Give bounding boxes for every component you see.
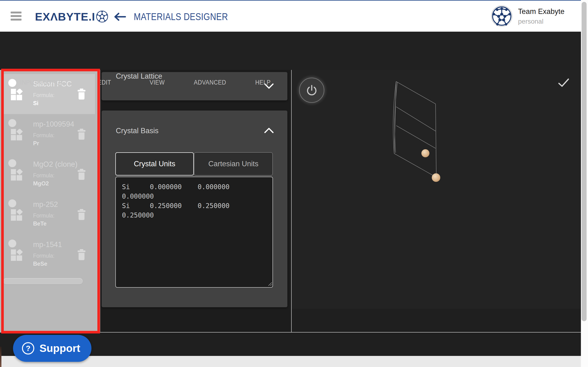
delete-icon[interactable] xyxy=(77,249,86,260)
material-item-mp-1541[interactable]: mp-1541 Formula: BeSe xyxy=(3,234,95,275)
user-name: Team Exabyte xyxy=(518,7,564,16)
menu-edit[interactable]: EDIT xyxy=(98,79,111,86)
material-item-mp-1009594[interactable]: mp-1009594 Formula: Pr xyxy=(3,114,95,154)
formula-label: Formula: xyxy=(33,213,55,219)
material-name: mp-1541 xyxy=(33,240,62,249)
formula-label: Formula: xyxy=(33,172,55,179)
material-item-mp-252[interactable]: mp-252 Formula: BeTe xyxy=(3,194,95,234)
tab-crystal-units[interactable]: Crystal Units xyxy=(115,152,194,175)
hamburger-menu-icon[interactable] xyxy=(11,12,22,22)
menu-advanced[interactable]: ADVANCED xyxy=(194,79,226,86)
support-label: Support xyxy=(40,342,80,354)
material-formula: MgO2 xyxy=(33,180,49,187)
formula-label: Formula: xyxy=(33,92,55,99)
crystal-cell-wireframe xyxy=(292,70,581,309)
widgets-icon xyxy=(11,169,23,181)
materials-sidebar: Silicon FCC Formula: Si mp-1009594 Formu… xyxy=(0,70,100,332)
crystal-basis-section: Crystal Basis Crystal Units Cartesian Un… xyxy=(102,110,287,307)
chevron-up-icon[interactable] xyxy=(264,127,274,133)
widgets-icon xyxy=(11,129,23,141)
material-name: MgO2 (clone) xyxy=(33,160,77,169)
viewport-lower-strip xyxy=(292,309,581,332)
material-item-mgo2-clone[interactable]: MgO2 (clone) Formula: MgO2 xyxy=(3,154,95,194)
units-tabs: Crystal Units Cartesian Units xyxy=(115,152,273,175)
sidebar-horizontal-scrollbar[interactable] xyxy=(3,278,83,284)
user-role: personal xyxy=(518,18,543,25)
team-avatar[interactable] xyxy=(491,5,512,27)
exabyte-logo-text[interactable]: EXΛBYTE.I xyxy=(35,10,95,23)
widgets-icon xyxy=(11,249,23,261)
check-circle-icon[interactable] xyxy=(8,199,17,208)
basis-coordinates-input[interactable]: Si 0.000000 0.000000 0.000000 Si 0.25000… xyxy=(115,177,273,288)
question-mark-icon: ? xyxy=(22,342,34,354)
check-circle-icon[interactable] xyxy=(8,159,17,168)
atom-sphere[interactable] xyxy=(432,173,440,182)
menu-view[interactable]: VIEW xyxy=(150,79,165,86)
widgets-icon xyxy=(11,89,23,100)
check-circle-icon[interactable] xyxy=(8,118,17,127)
widgets-icon xyxy=(11,209,23,221)
back-arrow-icon[interactable] xyxy=(113,13,126,21)
app-header: EXΛBYTE.I MATERIALS DESIGNER xyxy=(0,1,588,32)
tab-cartesian-units[interactable]: Cartesian Units xyxy=(194,152,273,175)
top-accent-line xyxy=(0,0,581,1)
material-formula: Si xyxy=(33,100,39,107)
material-formula: Pr xyxy=(33,140,39,147)
atom-sphere[interactable] xyxy=(421,149,429,157)
material-formula: BeTe xyxy=(33,220,47,227)
edge-artifact xyxy=(0,347,1,367)
page-title: MATERIALS DESIGNER xyxy=(134,11,228,22)
material-name: mp-252 xyxy=(33,200,58,209)
formula-label: Formula: xyxy=(33,253,55,259)
check-circle-icon[interactable] xyxy=(8,239,17,248)
confirm-check-icon[interactable] xyxy=(558,78,569,87)
exabyte-logo-ball-icon xyxy=(96,10,108,23)
delete-icon[interactable] xyxy=(77,209,86,220)
crystal-basis-title: Crystal Basis xyxy=(116,127,159,135)
main-menu-bar: INPUT/OUTPUT EDIT VIEW ADVANCED HELP xyxy=(0,32,588,70)
power-icon xyxy=(306,84,318,96)
check-circle-icon[interactable] xyxy=(8,78,17,87)
crystal-lattice-section[interactable]: Crystal Lattice xyxy=(102,72,287,100)
support-button[interactable]: ? Support xyxy=(13,335,92,362)
delete-icon[interactable] xyxy=(77,169,86,180)
formula-label: Formula: xyxy=(33,132,55,139)
power-toggle-button[interactable] xyxy=(299,78,324,103)
page-scrollbar-thumb[interactable] xyxy=(582,2,587,321)
page-scrollbar-track[interactable] xyxy=(581,0,588,367)
material-name: mp-1009594 xyxy=(33,120,74,128)
material-formula: BeSe xyxy=(33,260,47,267)
delete-icon[interactable] xyxy=(77,129,86,140)
delete-icon[interactable] xyxy=(77,89,86,100)
menu-input-output[interactable]: INPUT/OUTPUT xyxy=(20,79,64,86)
menu-help[interactable]: HELP xyxy=(255,79,271,86)
